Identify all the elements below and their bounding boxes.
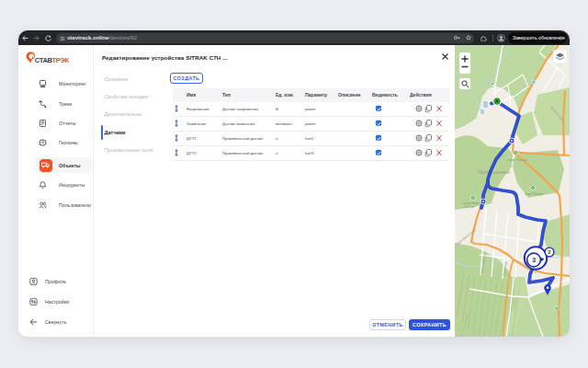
- svg-text:парк Победы: парк Победы: [525, 192, 544, 196]
- svg-text:России: России: [464, 205, 474, 209]
- svg-text:Промышленный: Промышленный: [478, 169, 510, 175]
- svg-text:3: 3: [532, 256, 536, 264]
- svg-text:сквер Ракеты: сквер Ракеты: [507, 158, 527, 162]
- svg-text:СТАВ: СТАВ: [35, 56, 53, 64]
- svg-text:ТРЭК: ТРЭК: [52, 56, 70, 64]
